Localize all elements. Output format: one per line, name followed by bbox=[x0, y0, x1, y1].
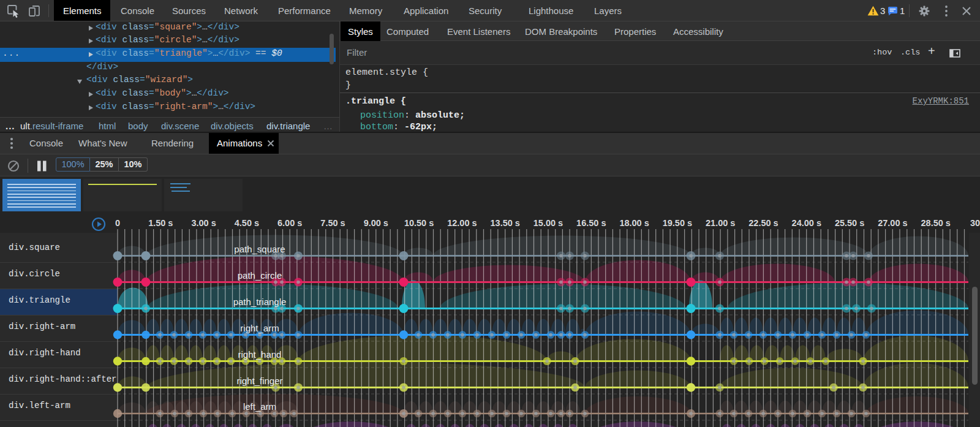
svg-text:4.50 s: 4.50 s bbox=[235, 218, 259, 228]
svg-text:6.00 s: 6.00 s bbox=[277, 218, 302, 228]
svg-text:right_finger: right_finger bbox=[236, 376, 282, 386]
svg-text:24.00 s: 24.00 s bbox=[792, 218, 821, 228]
svg-text:7.50 s: 7.50 s bbox=[320, 218, 345, 228]
svg-text:15.00 s: 15.00 s bbox=[533, 218, 563, 228]
svg-text:22.50 s: 22.50 s bbox=[748, 218, 778, 228]
svg-text:9.00 s: 9.00 s bbox=[364, 218, 388, 228]
svg-text:right_arm: right_arm bbox=[240, 323, 279, 333]
svg-text:25.50 s: 25.50 s bbox=[835, 218, 864, 228]
svg-text:path_triangle: path_triangle bbox=[233, 297, 287, 307]
svg-text:19.50 s: 19.50 s bbox=[663, 218, 692, 228]
svg-text:21.00 s: 21.00 s bbox=[706, 218, 735, 228]
svg-text:1.50 s: 1.50 s bbox=[148, 218, 173, 228]
svg-text:0: 0 bbox=[115, 218, 120, 228]
svg-text:path_square: path_square bbox=[234, 244, 285, 254]
svg-text:right_hand: right_hand bbox=[238, 349, 282, 360]
svg-text:3.00 s: 3.00 s bbox=[191, 218, 216, 228]
svg-text:10.50 s: 10.50 s bbox=[404, 218, 434, 228]
svg-text:left_arm: left_arm bbox=[243, 401, 276, 412]
svg-text:30.0: 30.0 bbox=[970, 218, 980, 228]
svg-text:13.50 s: 13.50 s bbox=[491, 218, 520, 228]
svg-text:16.50 s: 16.50 s bbox=[576, 218, 606, 228]
svg-text:path_circle: path_circle bbox=[238, 270, 282, 281]
svg-text:18.00 s: 18.00 s bbox=[619, 218, 649, 228]
svg-text:28.50 s: 28.50 s bbox=[921, 218, 951, 228]
svg-text:12.00 s: 12.00 s bbox=[447, 218, 477, 228]
svg-text:27.00 s: 27.00 s bbox=[878, 218, 907, 228]
